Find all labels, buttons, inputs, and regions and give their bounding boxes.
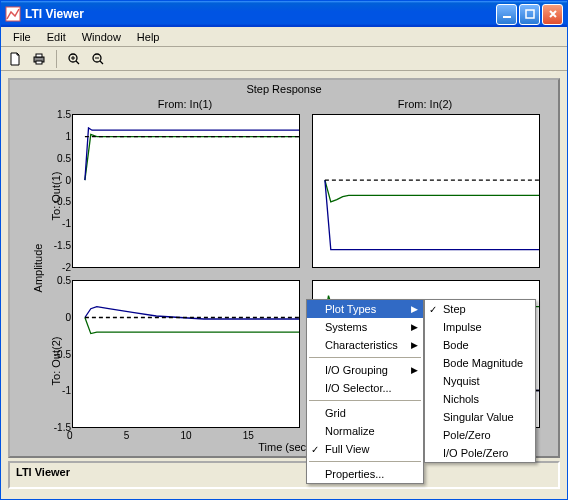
submenu-arrow-icon: ▶: [411, 340, 418, 350]
menu-item-label: Full View: [325, 443, 369, 455]
menu-item-impulse[interactable]: Impulse: [425, 318, 535, 336]
context-submenu: ✓StepImpulseBodeBode MagnitudeNyquistNic…: [424, 299, 536, 463]
plot-panel[interactable]: Step Response From: In(1) From: In(2) Am…: [8, 78, 560, 458]
axes-top-left[interactable]: 1.5 1 0.5 0 -0.5 -1 -1.5 -2: [72, 114, 300, 268]
submenu-arrow-icon: ▶: [411, 322, 418, 332]
minimize-button[interactable]: [496, 4, 517, 25]
menu-item-characteristics[interactable]: Characteristics▶: [307, 336, 423, 354]
menu-item-label: Singular Value: [443, 411, 514, 423]
menu-item-label: Pole/Zero: [443, 429, 491, 441]
menu-item-label: Properties...: [325, 468, 384, 480]
y-axis-label: Amplitude: [32, 244, 44, 293]
close-button[interactable]: [542, 4, 563, 25]
zoom-out-icon[interactable]: [88, 49, 108, 69]
titlebar: LTI Viewer: [1, 1, 567, 27]
menu-item-singular-value[interactable]: Singular Value: [425, 408, 535, 426]
toolbar: [1, 47, 567, 71]
y-ticks: 1.5 1 0.5 0 -0.5 -1 -1.5 -2: [45, 109, 71, 273]
status-bar: LTI Viewer: [8, 461, 560, 489]
menu-item-label: Systems: [325, 321, 367, 333]
new-file-icon[interactable]: [5, 49, 25, 69]
menu-item-label: I/O Grouping: [325, 364, 388, 376]
y-ticks: 0.5 0 -0.5 -1 -1.5: [45, 275, 71, 433]
menu-item-pole-zero[interactable]: Pole/Zero: [425, 426, 535, 444]
menu-file[interactable]: File: [5, 29, 39, 45]
menu-item-label: I/O Pole/Zero: [443, 447, 508, 459]
svg-rect-2: [526, 10, 534, 18]
toolbar-separator: [56, 50, 57, 68]
context-menu: Plot Types▶Systems▶Characteristics▶I/O G…: [306, 299, 424, 484]
menu-item-i-o-selector-[interactable]: I/O Selector...: [307, 379, 423, 397]
menu-item-label: Grid: [325, 407, 346, 419]
column-header-2: From: In(2): [310, 98, 540, 110]
menu-item-grid[interactable]: Grid: [307, 404, 423, 422]
submenu-arrow-icon: ▶: [411, 365, 418, 375]
menu-item-full-view[interactable]: ✓Full View: [307, 440, 423, 458]
menu-item-label: Characteristics: [325, 339, 398, 351]
svg-rect-1: [503, 16, 511, 18]
menu-item-label: Step: [443, 303, 466, 315]
axes-top-right[interactable]: [312, 114, 540, 268]
menu-item-label: Bode Magnitude: [443, 357, 523, 369]
menu-separator: [309, 357, 421, 358]
svg-rect-5: [36, 61, 42, 64]
menu-item-systems[interactable]: Systems▶: [307, 318, 423, 336]
zoom-in-icon[interactable]: [64, 49, 84, 69]
menu-item-nichols[interactable]: Nichols: [425, 390, 535, 408]
x-ticks: 0 5 10 15: [67, 430, 305, 441]
menu-item-label: Nyquist: [443, 375, 480, 387]
menu-item-label: Normalize: [325, 425, 375, 437]
plot-title: Step Response: [10, 83, 558, 95]
maximize-button[interactable]: [519, 4, 540, 25]
menu-item-i-o-pole-zero[interactable]: I/O Pole/Zero: [425, 444, 535, 462]
content-area: Step Response From: In(1) From: In(2) Am…: [1, 71, 567, 499]
menu-item-label: Bode: [443, 339, 469, 351]
menu-item-nyquist[interactable]: Nyquist: [425, 372, 535, 390]
menu-separator: [309, 461, 421, 462]
menu-item-properties-[interactable]: Properties...: [307, 465, 423, 483]
check-icon: ✓: [429, 304, 437, 315]
svg-rect-4: [36, 54, 42, 57]
submenu-arrow-icon: ▶: [411, 304, 418, 314]
menu-item-label: I/O Selector...: [325, 382, 392, 394]
check-icon: ✓: [311, 444, 319, 455]
menu-item-normalize[interactable]: Normalize: [307, 422, 423, 440]
menu-help[interactable]: Help: [129, 29, 168, 45]
window-title: LTI Viewer: [25, 7, 84, 21]
menu-item-label: Plot Types: [325, 303, 376, 315]
column-header-1: From: In(1): [70, 98, 300, 110]
menu-separator: [309, 400, 421, 401]
menu-item-bode-magnitude[interactable]: Bode Magnitude: [425, 354, 535, 372]
menu-item-bode[interactable]: Bode: [425, 336, 535, 354]
menubar: File Edit Window Help: [1, 27, 567, 47]
app-window: LTI Viewer File Edit Window Help: [0, 0, 568, 500]
print-icon[interactable]: [29, 49, 49, 69]
menu-item-step[interactable]: ✓Step: [425, 300, 535, 318]
menu-item-label: Impulse: [443, 321, 482, 333]
menu-item-label: Nichols: [443, 393, 479, 405]
axes-bottom-left[interactable]: 0.5 0 -0.5 -1 -1.5 0 5 10 15: [72, 280, 300, 428]
status-text: LTI Viewer: [16, 466, 70, 478]
menu-item-plot-types[interactable]: Plot Types▶: [307, 300, 423, 318]
menu-window[interactable]: Window: [74, 29, 129, 45]
menu-item-i-o-grouping[interactable]: I/O Grouping▶: [307, 361, 423, 379]
menu-edit[interactable]: Edit: [39, 29, 74, 45]
app-icon: [5, 6, 21, 22]
